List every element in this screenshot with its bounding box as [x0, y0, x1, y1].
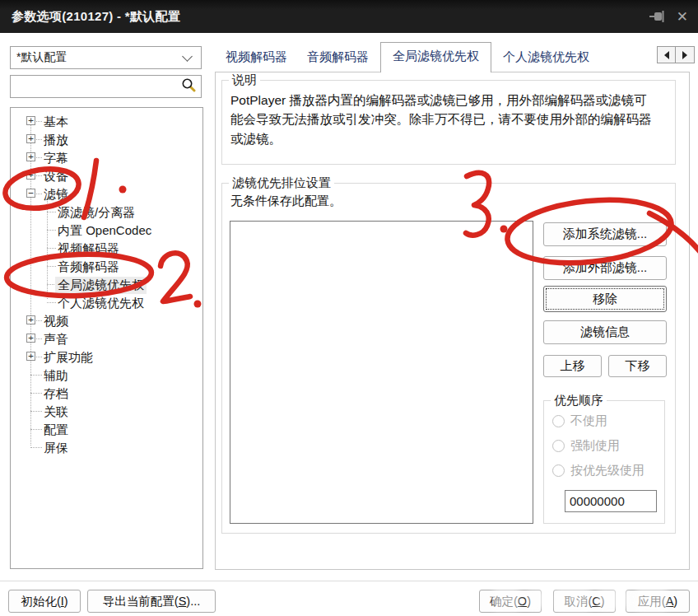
add-external-filter-button[interactable]: 添加外部滤镜... — [543, 256, 667, 280]
tree-item[interactable]: +字幕 — [11, 148, 202, 166]
profile-combobox-value: *默认配置 — [16, 50, 184, 65]
tab-bar: 视频解码器 音频解码器 全局滤镜优先权 个人滤镜优先权 — [216, 44, 599, 72]
search-box — [10, 75, 202, 98]
tree-item[interactable]: 关联 — [11, 402, 202, 420]
tree-item-label[interactable]: 滤镜 — [41, 186, 71, 203]
tree-item-label[interactable]: 视频 — [41, 313, 71, 330]
search-icon[interactable] — [181, 77, 196, 96]
tree-item[interactable]: +扩展功能 — [11, 348, 202, 366]
tab-scroll-buttons — [657, 46, 695, 63]
remove-filter-button[interactable]: 移除 — [543, 286, 667, 312]
close-icon[interactable]: ✕ — [677, 10, 688, 24]
tree-item[interactable]: 辅助 — [11, 366, 202, 384]
priority-order-group: 优先顺序 不使用 强制使用 按优先级使用 — [543, 400, 665, 524]
collapse-icon[interactable]: − — [26, 189, 35, 198]
expand-icon[interactable]: + — [26, 170, 35, 180]
tree-item[interactable]: +声音 — [11, 329, 202, 348]
expand-icon[interactable]: + — [26, 116, 35, 125]
radio-no-use-label: 不使用 — [570, 413, 607, 429]
tree-item[interactable]: +视频 — [11, 311, 202, 329]
expand-icon[interactable]: + — [26, 152, 35, 161]
description-group-title: 说明 — [229, 72, 260, 88]
add-system-filter-button[interactable]: 添加系统滤镜... — [543, 222, 667, 246]
tree-item-label[interactable]: 扩展功能 — [41, 349, 95, 366]
tree-item-label[interactable]: 视频解码器 — [55, 240, 122, 258]
profile-combobox[interactable]: *默认配置 — [10, 46, 202, 69]
tree-item[interactable]: −滤镜 — [11, 184, 202, 203]
tab-audio-decoder[interactable]: 音频解码器 — [297, 44, 379, 72]
radio-force-use[interactable] — [552, 440, 565, 452]
priority-value-input[interactable] — [565, 490, 657, 512]
description-text: PotPlayer 播放器内置的编解码器或滤镜已够用，用外部编解码器或滤镜可能会… — [230, 91, 658, 148]
tree-connector — [30, 429, 42, 430]
tree-connector — [30, 375, 42, 376]
ok-button[interactable]: 确定(O) — [479, 590, 542, 613]
radio-no-use[interactable] — [552, 415, 565, 427]
tab-scroll-left-button[interactable] — [657, 46, 676, 63]
filter-info-button[interactable]: 滤镜信息 — [543, 320, 667, 344]
tree-item-label[interactable]: 屏保 — [41, 440, 71, 457]
tab-personal-filter-priority[interactable]: 个人滤镜优先权 — [493, 44, 599, 72]
tree-item-label[interactable]: 声音 — [41, 331, 71, 348]
expand-icon[interactable]: + — [26, 334, 35, 343]
tree-item-label[interactable]: 存档 — [41, 385, 71, 403]
description-group: 说明 PotPlayer 播放器内置的编解码器或滤镜已够用，用外部编解码器或滤镜… — [221, 80, 676, 165]
tab-scroll-right-button[interactable] — [676, 46, 695, 63]
left-arrow-icon — [664, 51, 669, 59]
tab-video-decoder[interactable]: 视频解码器 — [216, 44, 297, 72]
tree-item-label[interactable]: 设备 — [41, 168, 71, 185]
tree-item-label[interactable]: 源滤镜/分离器 — [55, 204, 137, 222]
tree-item[interactable]: 个人滤镜优先权 — [11, 293, 202, 311]
expand-icon[interactable]: + — [26, 134, 35, 143]
tree-connector — [30, 447, 42, 448]
tree-item[interactable]: 全局滤镜优先权 — [11, 275, 202, 293]
tree-item-label[interactable]: 内置 OpenCodec — [55, 222, 154, 240]
tree-connector — [30, 393, 42, 394]
pin-icon[interactable] — [649, 9, 665, 24]
tree-item[interactable]: 视频解码器 — [11, 239, 202, 257]
filter-priority-note: 无条件保存此配置。 — [230, 194, 342, 209]
tree-item[interactable]: 配置 — [11, 420, 202, 438]
filter-listbox[interactable] — [230, 221, 533, 524]
tree-item[interactable]: 音频解码器 — [11, 257, 202, 275]
window-title: 参数选项(210127) - *默认配置 — [12, 9, 180, 25]
tree-item[interactable]: +基本 — [11, 112, 202, 130]
tree-item[interactable]: 内置 OpenCodec — [11, 221, 202, 239]
tree-item-label[interactable]: 配置 — [41, 422, 71, 439]
tree-item[interactable]: 存档 — [11, 384, 202, 402]
initialize-button[interactable]: 初始化(I) — [8, 590, 81, 613]
tree-item-label[interactable]: 音频解码器 — [55, 259, 122, 276]
tree-item-label[interactable]: 全局滤镜优先权 — [55, 277, 147, 294]
tree-item-label[interactable]: 关联 — [41, 404, 71, 421]
radio-use-by-priority[interactable] — [552, 464, 565, 477]
move-up-button[interactable]: 上移 — [543, 355, 602, 377]
search-input[interactable] — [15, 77, 181, 96]
tree-item-label[interactable]: 字幕 — [41, 150, 71, 167]
expand-icon[interactable]: + — [26, 315, 35, 324]
tree-item-label[interactable]: 播放 — [41, 132, 71, 149]
tree-item-label[interactable]: 个人滤镜优先权 — [55, 295, 147, 312]
tree-item-label[interactable]: 辅助 — [41, 367, 71, 385]
filter-priority-group: 滤镜优先排位设置 无条件保存此配置。 添加系统滤镜... 添加外部滤镜... 移… — [221, 183, 676, 534]
filter-priority-group-title: 滤镜优先排位设置 — [229, 175, 334, 191]
settings-tree: +基本+播放+字幕+设备−滤镜源滤镜/分离器内置 OpenCodec视频解码器音… — [10, 107, 203, 569]
apply-button[interactable]: 应用(A) — [626, 590, 690, 613]
tree-connector — [30, 411, 42, 412]
tree-item[interactable]: 源滤镜/分离器 — [11, 203, 202, 221]
cancel-button[interactable]: 取消(C) — [553, 590, 616, 613]
tree-item[interactable]: +播放 — [11, 130, 202, 148]
tab-global-filter-priority[interactable]: 全局滤镜优先权 — [380, 42, 491, 72]
tree-item[interactable]: 屏保 — [11, 438, 202, 456]
priority-order-group-title: 优先顺序 — [551, 393, 607, 408]
export-config-button[interactable]: 导出当前配置(S)... — [87, 590, 216, 613]
tab-content-pane: 说明 PotPlayer 播放器内置的编解码器或滤镜已够用，用外部编解码器或滤镜… — [215, 72, 690, 570]
footer-separator — [0, 581, 698, 581]
tree-item[interactable]: +设备 — [11, 166, 202, 184]
right-arrow-icon — [682, 51, 687, 59]
tree-item-label[interactable]: 基本 — [41, 114, 71, 131]
move-down-button[interactable]: 下移 — [608, 355, 667, 377]
chevron-down-icon — [182, 51, 193, 62]
expand-icon[interactable]: + — [26, 352, 35, 361]
radio-use-by-priority-label: 按优先级使用 — [570, 463, 644, 478]
title-bar: 参数选项(210127) - *默认配置 ✕ — [0, 0, 698, 33]
